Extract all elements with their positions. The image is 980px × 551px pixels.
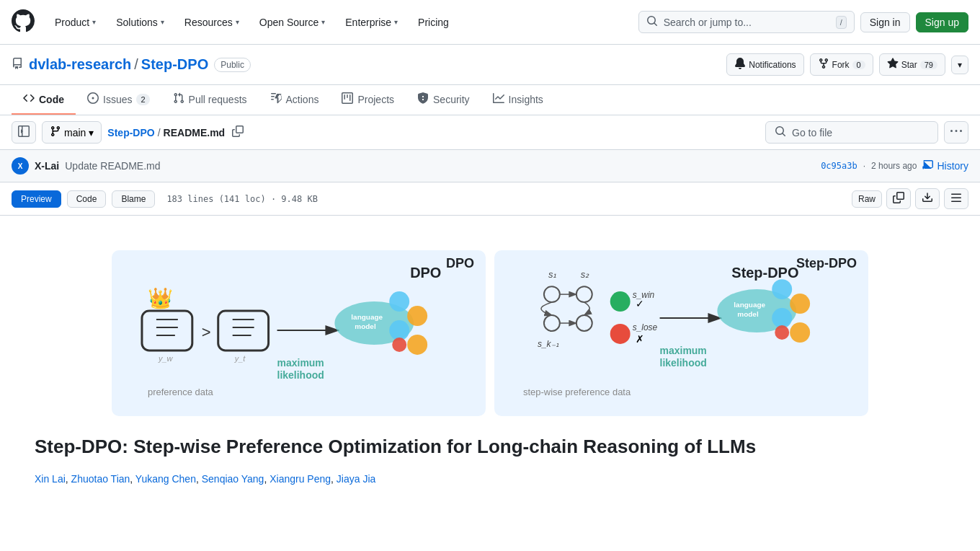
svg-point-51 bbox=[775, 325, 789, 340]
svg-point-35 bbox=[610, 291, 631, 312]
go-to-file-button[interactable]: Go to file bbox=[765, 121, 938, 144]
author-xiangru-peng[interactable]: Xiangru Peng bbox=[270, 473, 331, 485]
author-senqiao-yang[interactable]: Senqiao Yang bbox=[202, 473, 264, 485]
author-xin-lai[interactable]: Xin Lai bbox=[35, 473, 66, 485]
issues-icon bbox=[87, 92, 99, 106]
svg-text:preference data: preference data bbox=[148, 387, 214, 397]
github-logo[interactable] bbox=[12, 9, 35, 35]
nav-enterprise[interactable]: Enterprise ▾ bbox=[337, 11, 406, 34]
search-box[interactable]: Search or jump to... / bbox=[638, 11, 855, 33]
file-path-repo-link[interactable]: Step-DPO bbox=[107, 127, 154, 138]
svg-point-20 bbox=[407, 335, 427, 355]
repo-icon bbox=[12, 58, 23, 72]
resources-chevron-icon: ▾ bbox=[236, 18, 239, 26]
sign-up-button[interactable]: Sign up bbox=[916, 12, 968, 32]
tab-projects-label: Projects bbox=[357, 94, 394, 105]
sign-in-button[interactable]: Sign in bbox=[860, 12, 910, 32]
page-wrapper: Product ▾ Solutions ▾ Resources ▾ Open S… bbox=[0, 0, 980, 551]
history-icon bbox=[922, 159, 934, 173]
nav-solutions[interactable]: Solutions ▾ bbox=[107, 11, 173, 34]
file-path-current: README.md bbox=[164, 127, 226, 138]
open-source-chevron-icon: ▾ bbox=[321, 18, 325, 26]
tab-code[interactable]: Code bbox=[12, 85, 76, 115]
nav-pricing[interactable]: Pricing bbox=[409, 11, 458, 34]
tab-security[interactable]: Security bbox=[406, 85, 481, 115]
top-nav-right: Search or jump to... / Sign in Sign up bbox=[638, 11, 968, 33]
commit-time: 2 hours ago bbox=[871, 161, 917, 171]
nav-open-source[interactable]: Open Source ▾ bbox=[251, 11, 334, 34]
svg-rect-1 bbox=[142, 311, 192, 351]
tab-insights[interactable]: Insights bbox=[481, 85, 555, 115]
author-yukang-chen[interactable]: Yukang Chen bbox=[135, 473, 196, 485]
code-icon bbox=[23, 92, 35, 106]
more-options-button[interactable] bbox=[944, 121, 968, 144]
blame-button[interactable]: Blame bbox=[112, 190, 155, 208]
dpo-diagram: 👑 y_w > y_t bbox=[126, 262, 471, 402]
tab-pull-requests[interactable]: Pull requests bbox=[161, 85, 259, 115]
dpo-panel: DPO 👑 y_w > y_t bbox=[112, 250, 486, 416]
history-link[interactable]: History bbox=[922, 159, 968, 173]
svg-text:s₂: s₂ bbox=[581, 269, 589, 280]
svg-text:model: model bbox=[737, 310, 759, 318]
readme-title: Step-DPO: Step-wise Preference Optimizat… bbox=[35, 433, 945, 459]
file-stats: 183 lines (141 loc) · 9.48 KB bbox=[166, 194, 318, 204]
repo-actions: Notifications Fork 0 Star 79 ▾ bbox=[726, 53, 968, 76]
bell-icon bbox=[734, 58, 746, 71]
copy-raw-button[interactable] bbox=[886, 188, 911, 209]
commit-author-link[interactable]: X-Lai bbox=[35, 160, 59, 172]
copy-path-button[interactable] bbox=[228, 123, 248, 142]
repo-tabs: Code Issues 2 Pull requests Actions Pr bbox=[0, 85, 980, 115]
svg-text:✓: ✓ bbox=[636, 298, 644, 309]
svg-text:y_w: y_w bbox=[158, 354, 174, 363]
svg-text:step-wise preference data: step-wise preference data bbox=[523, 387, 631, 397]
author-jiaya-jia[interactable]: Jiaya Jia bbox=[337, 473, 375, 485]
svg-text:s₁: s₁ bbox=[548, 269, 556, 280]
repo-owner-link[interactable]: dvlab-research bbox=[29, 56, 131, 73]
tab-insights-label: Insights bbox=[509, 94, 543, 105]
branch-selector[interactable]: main ▾ bbox=[42, 121, 102, 144]
product-chevron-icon: ▾ bbox=[92, 18, 96, 26]
tab-code-label: Code bbox=[39, 94, 64, 105]
svg-point-19 bbox=[389, 320, 409, 340]
fork-button[interactable]: Fork 0 bbox=[810, 53, 873, 76]
tab-actions-label: Actions bbox=[286, 94, 319, 105]
search-kbd: / bbox=[836, 16, 847, 29]
svg-text:✗: ✗ bbox=[636, 333, 644, 345]
notifications-label: Notifications bbox=[749, 60, 796, 70]
tab-projects[interactable]: Projects bbox=[330, 85, 406, 115]
download-button[interactable] bbox=[915, 188, 940, 209]
svg-text:language: language bbox=[351, 313, 383, 321]
readme-authors: Xin Lai, Zhuotao Tian, Yukang Chen, Senq… bbox=[35, 471, 945, 487]
tab-issues[interactable]: Issues 2 bbox=[76, 85, 161, 115]
star-dropdown-chevron-icon: ▾ bbox=[958, 60, 962, 70]
file-actions: Raw bbox=[852, 188, 968, 209]
sidebar-toggle-button[interactable] bbox=[12, 121, 36, 144]
star-dropdown-button[interactable]: ▾ bbox=[951, 56, 968, 74]
raw-button[interactable]: Raw bbox=[852, 190, 882, 208]
fork-count: 0 bbox=[852, 61, 865, 69]
svg-text:s_lose: s_lose bbox=[633, 322, 658, 332]
commit-hash-link[interactable]: 0c95a3b bbox=[821, 161, 858, 171]
nav-product[interactable]: Product ▾ bbox=[46, 11, 104, 34]
svg-point-31 bbox=[576, 315, 592, 331]
star-count: 79 bbox=[920, 61, 937, 69]
svg-text:y_t: y_t bbox=[234, 354, 246, 363]
repo-breadcrumb: dvlab-research / Step-DPO Public bbox=[29, 56, 251, 73]
branch-name: main bbox=[64, 127, 86, 138]
readme-content: DPO 👑 y_w > y_t bbox=[0, 216, 980, 511]
svg-text:model: model bbox=[355, 322, 376, 330]
lines-button[interactable] bbox=[944, 188, 968, 209]
svg-point-47 bbox=[772, 279, 792, 299]
tab-actions[interactable]: Actions bbox=[259, 85, 331, 115]
notifications-button[interactable]: Notifications bbox=[726, 53, 803, 76]
svg-point-30 bbox=[544, 315, 560, 331]
repo-name-link[interactable]: Step-DPO bbox=[141, 56, 208, 73]
star-button[interactable]: Star 79 bbox=[879, 53, 945, 76]
code-view-button[interactable]: Code bbox=[67, 190, 107, 208]
svg-text:maximum: maximum bbox=[660, 345, 707, 356]
preview-button[interactable]: Preview bbox=[12, 190, 61, 208]
projects-icon bbox=[342, 92, 353, 106]
nav-resources[interactable]: Resources ▾ bbox=[176, 11, 248, 34]
svg-point-48 bbox=[790, 294, 810, 314]
author-zhuotao-tian[interactable]: Zhuotao Tian bbox=[71, 473, 130, 485]
